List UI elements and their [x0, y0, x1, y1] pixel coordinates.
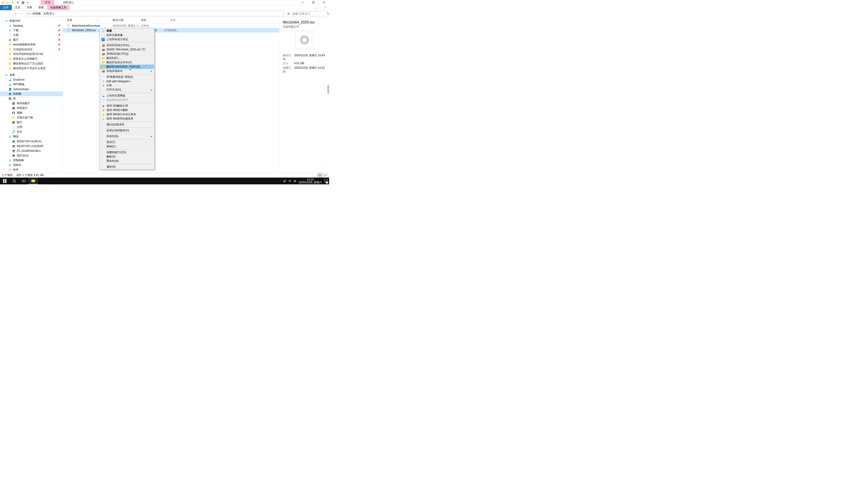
help-button[interactable]: ?	[321, 5, 329, 10]
breadcrumb-drive[interactable]: 文档 (E:)	[43, 12, 54, 15]
close-button[interactable]	[319, 0, 329, 5]
sidebar-item[interactable]: 🎵音乐	[0, 129, 63, 134]
sidebar-item[interactable]: 📁天翼云盘下载	[0, 115, 63, 120]
column-date[interactable]: 修改日期	[113, 18, 141, 22]
sidebar-item[interactable]: 📁拼多多怎么注销账号	[0, 57, 63, 61]
minimize-button[interactable]	[298, 0, 308, 5]
forward-button[interactable]: →	[7, 11, 13, 17]
sidebar-this-pc[interactable]: 💻此电脑	[0, 92, 63, 96]
sidebar-item[interactable]: 📁软件	[0, 167, 63, 172]
cm-copy[interactable]: 复制(C)	[100, 144, 154, 149]
breadcrumb-this-pc[interactable]: 此电脑	[33, 12, 41, 15]
sidebar-item[interactable]: 💻DESKTOP-HL0PLFL	[0, 139, 63, 144]
sidebar-item[interactable]: 🖼图片	[0, 120, 63, 125]
close-red-icon[interactable]: ✕	[16, 0, 20, 4]
cm-open-360zip[interactable]: 📦用360压缩打开(Q)	[100, 52, 154, 56]
chevron-icon[interactable]: ›	[31, 12, 32, 15]
chevron-icon[interactable]: ›	[41, 12, 42, 15]
sidebar-item[interactable]: 🖼本机照片	[0, 106, 63, 110]
cm-add-archive[interactable]: 📦添加到压缩文件(A)...	[100, 43, 154, 47]
properties-icon[interactable]: ⬤	[21, 0, 25, 4]
sidebar-item[interactable]: 📁YUNQISHI2019📌	[0, 47, 63, 52]
sidebar-item[interactable]: 🎞视频	[0, 110, 63, 115]
task-view-button[interactable]	[19, 177, 29, 184]
sidebar-recycle-bin[interactable]: 🗑回收站	[0, 163, 63, 167]
cm-send-to[interactable]: 发送到(N)▸	[100, 134, 154, 138]
search-box[interactable]: 🔍	[291, 11, 328, 16]
view-large-icons-button[interactable]	[323, 173, 328, 177]
search-icon[interactable]: 🔍	[327, 12, 329, 15]
cm-baidu-upload[interactable]: ☁上传到百度网盘	[100, 94, 154, 98]
sidebar-item[interactable]: 💻DESKTOP-LSSOEDP	[0, 144, 63, 149]
column-name[interactable]: 名称▴	[63, 18, 113, 22]
explorer-icon[interactable]	[6, 0, 10, 4]
cm-shortcut[interactable]: 创建快捷方式(S)	[100, 150, 154, 155]
maximize-button[interactable]	[308, 0, 319, 5]
contextual-tab-manage[interactable]: 管理	[41, 0, 54, 5]
cm-share[interactable]: ↗共享	[100, 84, 154, 88]
dropdown-icon[interactable]: ▾	[26, 0, 30, 4]
sidebar-network[interactable]: 🖧网络	[0, 134, 63, 139]
ribbon-expand-button[interactable]: ⌄	[313, 5, 321, 10]
ribbon-tab-home[interactable]: 主页	[12, 5, 24, 10]
sidebar-quick-access[interactable]: ★快速访问	[0, 19, 63, 23]
cm-360-scan[interactable]: ◉使用 360进行木马云查杀	[100, 112, 154, 117]
sidebar-item[interactable]: 📁excel表格制作求和📌	[0, 42, 63, 47]
sidebar-admin[interactable]: 👤Administrator	[0, 87, 63, 92]
ime-indicator[interactable]: 中	[289, 179, 291, 183]
breadcrumb-dropdown[interactable]: ⌄	[282, 12, 284, 15]
cm-extract-here[interactable]: 📂解压到当前文件夹(X)	[100, 60, 154, 65]
volume-icon[interactable]: 🔊	[283, 180, 286, 183]
search-input[interactable]	[293, 12, 327, 15]
sidebar-pictures[interactable]: 🖼图片📌	[0, 37, 63, 42]
sidebar-item[interactable]: 📁微信旁边有个耳朵什么意思	[0, 66, 63, 71]
ribbon-tab-share[interactable]: 共享	[24, 5, 35, 10]
ribbon-tab-file[interactable]: 文件	[0, 5, 12, 10]
sidebar-item[interactable]: 📁华为手机时间设置24小时	[0, 52, 63, 57]
sidebar-item[interactable]: 💻ZMT2019	[0, 153, 63, 158]
cm-360-delete[interactable]: ◉使用 360强力删除	[100, 108, 154, 112]
ribbon-tab-disc-tools[interactable]: 光盘映像工具	[47, 5, 70, 10]
tray-overflow-button[interactable]: ˆ	[280, 180, 281, 182]
cm-burn[interactable]: 刻录光盘映像	[100, 33, 154, 37]
cm-extract-to[interactable]: 📂解压到(F)...	[100, 56, 154, 60]
cm-restore[interactable]: 还原以前的版本(V)	[100, 128, 154, 133]
refresh-button[interactable]: ⟳	[286, 11, 291, 16]
cm-honey-browse[interactable]: 用 蜂蜜浏览器 浏览(3)	[100, 75, 154, 79]
cm-extract-named[interactable]: 📂解压到 Win10x64_2020\ (E)	[100, 65, 154, 69]
start-button[interactable]	[0, 177, 9, 184]
cm-mount[interactable]: 💿装载	[100, 29, 154, 33]
file-row-folder[interactable]: 📁BaiduNetdiskDownload 2020/12/25, 星期五 1.…	[63, 24, 279, 28]
sidebar-desktop[interactable]: 🖥Desktop📌	[0, 23, 63, 28]
cm-open-with[interactable]: 打开方式(H)▸	[100, 88, 154, 92]
clock[interactable]: 14:14 2020/12/26, 星期六	[299, 178, 322, 184]
column-size[interactable]: 大小	[164, 18, 178, 22]
cm-other-zip[interactable]: 📦其他压缩命令▸	[100, 69, 154, 73]
ribbon-tab-view[interactable]: 查看	[35, 5, 47, 10]
cm-youdao[interactable]: Y上传到有道云笔记	[100, 37, 154, 41]
file-row-iso[interactable]: 💿Win10x64_2020.iso 2020/12/26, 星期六 1... …	[63, 28, 279, 33]
sidebar-wps[interactable]: ☁WPS网盘	[0, 82, 63, 87]
explorer-taskbar-button[interactable]	[29, 177, 38, 184]
sidebar-desktop-root[interactable]: 🖥桌面	[0, 72, 63, 77]
action-center-button[interactable]: 3	[324, 179, 328, 183]
scrollbar-thumb[interactable]	[327, 85, 329, 94]
cm-360-unlock[interactable]: ◉使用 360解除占用	[100, 104, 154, 108]
cm-cut[interactable]: 剪切(T)	[100, 140, 154, 144]
breadcrumb[interactable]: › 此电脑 › 文档 (E:) › ⌄	[26, 11, 285, 16]
sidebar-downloads[interactable]: ⬇下载📌	[0, 28, 63, 33]
sidebar-item[interactable]: 📁微信密码忘记了怎么找回	[0, 61, 63, 66]
sidebar-documents[interactable]: 📄文档📌	[0, 33, 63, 37]
cm-delete[interactable]: 删除(D)	[100, 155, 154, 159]
sidebar-item[interactable]: 💻PC-20190530OBLA	[0, 149, 63, 153]
back-button[interactable]: ←	[1, 11, 7, 17]
cm-360-menu[interactable]: ◉使用 360管理右键菜单	[100, 117, 154, 121]
chevron-icon[interactable]: ›	[55, 12, 55, 15]
search-button[interactable]	[9, 177, 19, 184]
column-type[interactable]: 类型	[141, 18, 164, 22]
check-icon[interactable]: ✔	[11, 0, 15, 4]
network-icon[interactable]: 🖧	[293, 180, 296, 183]
sidebar-item[interactable]: 🖼保存的图片	[0, 101, 63, 106]
sidebar-item[interactable]: 📄文档	[0, 125, 63, 129]
cm-qq-send[interactable]: 通过QQ发送到	[100, 123, 154, 127]
